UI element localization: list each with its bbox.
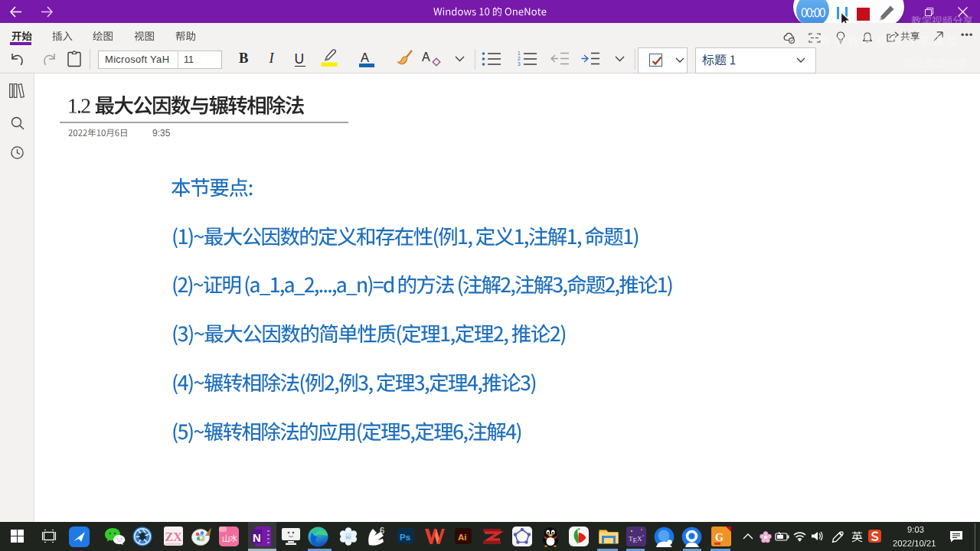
svg-text:3: 3 <box>518 61 521 67</box>
svg-text:2: 2 <box>518 56 521 61</box>
svg-text:G: G <box>715 532 724 543</box>
svg-text:山水: 山水 <box>222 534 237 543</box>
svg-text:Ps: Ps <box>400 533 410 542</box>
svg-text:Ai: Ai <box>458 533 467 542</box>
svg-text:ZX: ZX <box>165 530 183 543</box>
svg-text:6: 6 <box>380 526 384 535</box>
svg-text:1: 1 <box>518 51 521 56</box>
svg-text:N: N <box>253 531 261 544</box>
svg-text:zv: zv <box>346 535 351 540</box>
